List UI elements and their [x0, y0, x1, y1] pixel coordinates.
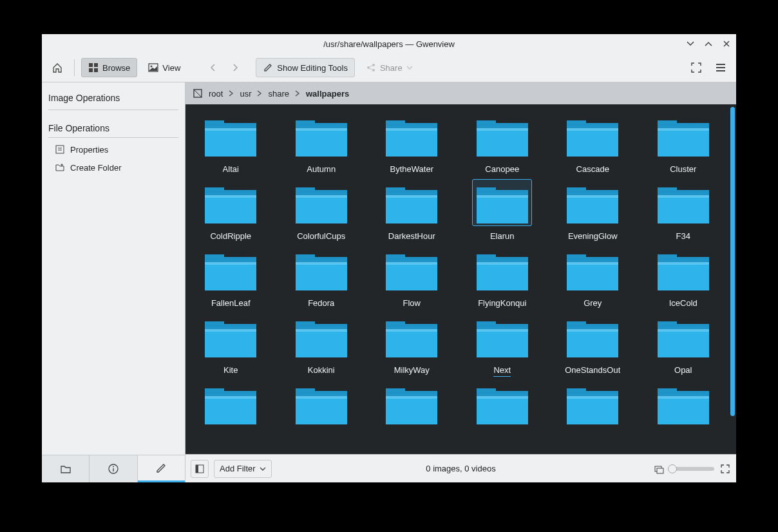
browse-button[interactable]: Browse — [81, 58, 137, 77]
folder-label: Kokkini — [308, 365, 335, 375]
view-button[interactable]: View — [141, 58, 187, 77]
folder-item[interactable]: MilkyWay — [366, 309, 457, 376]
device-icon — [192, 88, 204, 99]
separator — [74, 59, 75, 76]
zoom-slider-knob[interactable] — [668, 464, 677, 473]
folder-item[interactable]: Cluster — [638, 108, 729, 175]
folder-label: Cluster — [670, 164, 696, 174]
forward-button[interactable] — [226, 58, 244, 77]
chevron-right-icon — [231, 63, 240, 72]
chevron-left-icon — [209, 63, 218, 72]
maximize-button[interactable] — [703, 38, 714, 50]
scrollbar[interactable] — [730, 107, 735, 416]
svg-rect-23 — [657, 468, 663, 473]
folder-item[interactable]: IceCold — [638, 242, 729, 309]
folder-icon — [653, 380, 713, 427]
share-label: Share — [380, 63, 403, 73]
crumb-usr[interactable]: usr — [238, 89, 252, 99]
add-filter-button[interactable]: Add Filter — [214, 460, 272, 478]
crumb-current[interactable]: wallpapers — [305, 89, 350, 99]
sidebar-tab-info[interactable] — [90, 455, 137, 482]
minimize-button[interactable] — [685, 38, 696, 50]
fullscreen-button[interactable] — [686, 58, 707, 77]
properties-item[interactable]: Properties — [48, 140, 178, 158]
pencil-icon — [263, 62, 273, 73]
expand-icon[interactable] — [719, 463, 731, 475]
create-folder-item[interactable]: Create Folder — [48, 158, 178, 176]
folder-item[interactable] — [366, 376, 457, 428]
folder-item[interactable]: Opal — [638, 309, 729, 376]
folder-label: Opal — [674, 365, 692, 375]
folder-label: DarkestHour — [388, 231, 435, 241]
share-button[interactable]: Share — [359, 58, 420, 77]
chevron-right-icon — [228, 90, 234, 97]
folder-label: Flow — [403, 298, 421, 308]
browse-label: Browse — [102, 63, 130, 73]
svg-rect-5 — [94, 63, 98, 67]
folder-item[interactable] — [457, 376, 548, 428]
operations-panel: Image Operations File Operations Propert… — [42, 82, 185, 455]
folder-item[interactable]: BytheWater — [366, 108, 457, 175]
folder-view[interactable]: AltaiAutumnBytheWaterCanopeeCascadeClust… — [185, 104, 736, 454]
folder-icon — [291, 179, 351, 226]
folder-item[interactable]: EveningGlow — [547, 175, 638, 242]
folder-item[interactable] — [547, 376, 638, 428]
image-operations-header: Image Operations — [48, 89, 178, 110]
folder-icon — [653, 179, 713, 226]
hamburger-icon — [715, 62, 726, 73]
folder-icon — [291, 246, 351, 293]
folder-item[interactable]: ColdRipple — [185, 175, 276, 242]
sidebar-tab-folders[interactable] — [42, 455, 90, 482]
folder-item[interactable]: DarkestHour — [366, 175, 457, 242]
folder-label: Cascade — [576, 164, 609, 174]
close-button[interactable] — [721, 38, 732, 50]
folder-item[interactable]: Autumn — [276, 108, 367, 175]
home-button[interactable] — [47, 58, 68, 77]
show-editing-tools-button[interactable]: Show Editing Tools — [256, 58, 355, 77]
svg-point-12 — [372, 69, 375, 71]
folder-label: Elarun — [490, 231, 515, 241]
svg-rect-6 — [89, 68, 93, 72]
folder-item[interactable]: Canopee — [457, 108, 548, 175]
folder-item[interactable]: Flow — [366, 242, 457, 309]
folder-item[interactable]: F34 — [638, 175, 729, 242]
main-area: Image Operations File Operations Propert… — [42, 82, 736, 482]
properties-label: Properties — [70, 145, 108, 155]
image-icon — [148, 62, 158, 73]
folder-item[interactable]: Altai — [185, 108, 276, 175]
folder-item[interactable]: ColorfulCups — [276, 175, 367, 242]
folder-icon — [653, 246, 713, 293]
folder-item[interactable]: Elarun — [457, 175, 548, 242]
sidebar-tab-operations[interactable] — [138, 455, 185, 482]
back-button[interactable] — [204, 58, 222, 77]
folder-item[interactable]: OneStandsOut — [547, 309, 638, 376]
svg-rect-7 — [94, 68, 98, 72]
folder-label: ColdRipple — [210, 231, 251, 241]
crumb-root[interactable]: root — [207, 89, 224, 99]
folder-item[interactable]: FallenLeaf — [185, 242, 276, 309]
zoom-slider[interactable] — [669, 467, 714, 471]
folder-grid: AltaiAutumnBytheWaterCanopeeCascadeClust… — [185, 104, 728, 432]
share-icon — [366, 62, 376, 73]
folder-item[interactable]: Cascade — [547, 108, 638, 175]
fullscreen-icon — [690, 62, 702, 73]
folder-item[interactable]: Next — [457, 309, 548, 376]
folder-item[interactable]: Kokkini — [276, 309, 367, 376]
folder-item[interactable]: FlyingKonqui — [457, 242, 548, 309]
sidebar-tabs — [42, 455, 185, 482]
folder-item[interactable] — [638, 376, 729, 428]
folder-item[interactable]: Grey — [547, 242, 638, 309]
folder-icon — [382, 246, 442, 293]
menu-button[interactable] — [710, 58, 731, 77]
folder-item[interactable]: Kite — [185, 309, 276, 376]
folder-item[interactable] — [276, 376, 367, 428]
toggle-sidebar-button[interactable] — [191, 460, 209, 478]
folder-icon — [291, 380, 351, 427]
folder-label: FallenLeaf — [211, 298, 251, 308]
file-operations-header: File Operations — [48, 119, 178, 138]
folder-item[interactable]: Fedora — [276, 242, 367, 309]
crumb-share[interactable]: share — [267, 89, 290, 99]
window-title: /usr/share/wallpapers — Gwenview — [323, 39, 455, 49]
folder-item[interactable] — [185, 376, 276, 428]
thumbnail-small-icon[interactable] — [654, 464, 664, 474]
